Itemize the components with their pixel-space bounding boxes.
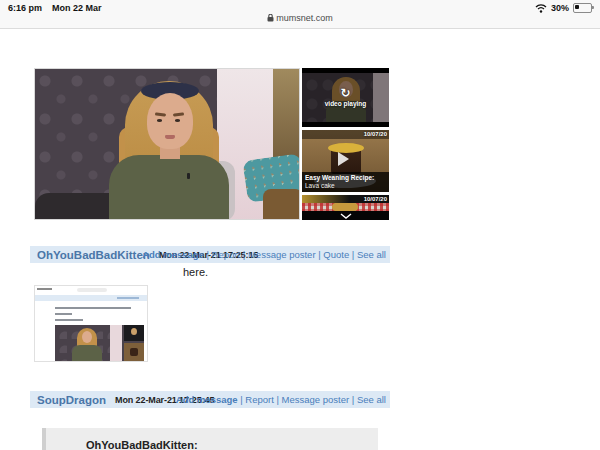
safari-page: 6:16 pmMon 22 Mar 30% mumsnet.com (0, 0, 600, 450)
video-playing-overlay: ↻ video playing (302, 68, 389, 127)
video-date: 10/07/20 (364, 131, 387, 137)
username-link[interactable]: SoupDragon (37, 394, 106, 406)
mini-url-pill (77, 288, 107, 292)
lock-icon (267, 14, 274, 22)
brown-cushion (263, 189, 300, 220)
status-time: 6:16 pm (8, 3, 42, 13)
url-domain: mumsnet.com (276, 13, 333, 23)
mini-text-line (55, 313, 72, 315)
message-poster-link[interactable]: Message poster (274, 394, 349, 405)
post-actions: Add message Report Message poster Quote … (142, 246, 386, 263)
main-video[interactable] (34, 68, 300, 220)
food-item (332, 203, 358, 211)
playlist-item-next[interactable]: 10/07/20 (302, 195, 389, 220)
report-link[interactable]: Report (204, 249, 240, 260)
post-actions: Add message Report Message poster See al… (176, 391, 386, 408)
lapel-mic (187, 173, 190, 179)
mini-post-header (35, 295, 147, 301)
see-all-link[interactable]: See all (349, 394, 386, 405)
attachment-screenshot[interactable] (34, 285, 148, 362)
chevron-down-icon (340, 213, 352, 219)
add-message-link[interactable]: Add message (142, 249, 204, 260)
presenter-face (147, 93, 193, 149)
video-caption: Easy Weaning Recipe: Lava cake (302, 172, 389, 192)
clock: 6:16 pmMon 22 Mar (8, 3, 102, 13)
battery-percent: 30% (551, 3, 569, 13)
quote-link[interactable]: Quote (316, 249, 350, 260)
url-bar[interactable]: mumsnet.com (0, 13, 600, 23)
wifi-icon (535, 4, 547, 13)
mini-video-player (55, 325, 144, 361)
status-date: Mon 22 Mar (52, 3, 102, 13)
message-poster-link[interactable]: Message poster (240, 249, 315, 260)
status-bar: 6:16 pmMon 22 Mar 30% mumsnet.com (0, 0, 600, 29)
presenter-torso (109, 155, 229, 220)
quoted-username: OhYouBadBadKitten: (86, 439, 198, 450)
video-subtitle: Lava cake (305, 182, 386, 190)
quoted-message-block: OhYouBadBadKitten: (42, 428, 378, 450)
add-message-link[interactable]: Add message (176, 394, 238, 405)
video-date: 10/07/20 (364, 196, 387, 202)
report-link[interactable]: Report (238, 394, 274, 405)
mini-text-line (55, 307, 131, 309)
replay-icon: ↻ (340, 88, 350, 99)
play-icon (338, 152, 349, 166)
video-playing-label: video playing (325, 100, 367, 107)
video-title: Easy Weaning Recipe: (305, 174, 386, 182)
playlist-scroll[interactable] (302, 211, 389, 220)
post-header: OhYouBadBadKitten Mon 22-Mar-21 17:25:15… (30, 246, 390, 263)
playlist-item-playing[interactable]: ↻ video playing (302, 68, 389, 127)
status-indicators: 30% (535, 3, 592, 13)
video-player-widget: ↻ video playing 10/07/20 Easy Weaning Re… (34, 68, 389, 220)
see-all-link[interactable]: See all (349, 249, 386, 260)
post-header: SoupDragon Mon 22-Mar-21 17:25:45 Add me… (30, 391, 390, 408)
mini-status-text (37, 288, 52, 290)
username-link[interactable]: OhYouBadBadKitten (37, 249, 150, 261)
playlist-item-lava-cake[interactable]: 10/07/20 Easy Weaning Recipe: Lava cake (302, 130, 389, 192)
battery-icon (573, 3, 592, 13)
mini-text-line (55, 319, 83, 321)
post-message: here. (183, 266, 208, 278)
